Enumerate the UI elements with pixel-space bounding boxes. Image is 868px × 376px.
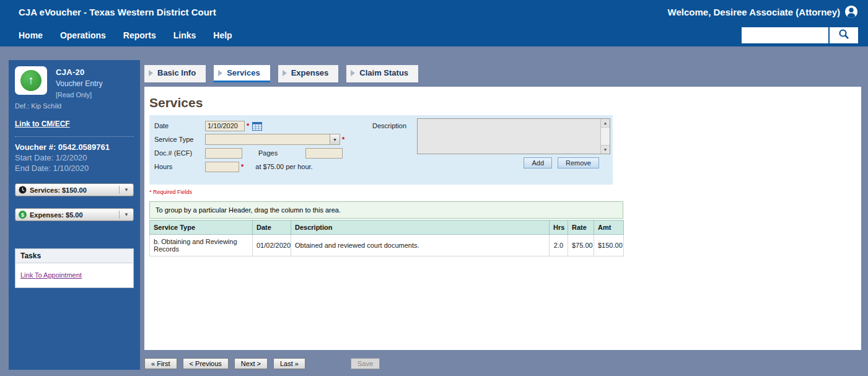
header: CJA eVoucher - Texas Western District Co… (0, 0, 868, 46)
table-header-row: Service Type Date Description Hrs Rate A… (150, 221, 624, 235)
voucher-upload-icon: ↑ (15, 66, 47, 95)
chevron-down-icon[interactable]: ▼ (119, 211, 130, 219)
col-description[interactable]: Description (291, 221, 550, 235)
rate-note: at $75.00 per hour. (255, 163, 312, 170)
link-to-appointment[interactable]: Link To Appointment (20, 271, 82, 279)
tab-basic-info[interactable]: Basic Info (144, 65, 206, 82)
chevron-down-icon[interactable]: ▼ (330, 134, 340, 144)
calendar-icon[interactable] (252, 121, 262, 131)
tab-arrow-icon (218, 70, 222, 76)
start-date-line: Start Date: 1/2/2020 (15, 152, 134, 163)
doc-label: Doc.# (ECF) (154, 149, 205, 157)
tasks-panel: Tasks Link To Appointment (15, 248, 134, 288)
cell-service-type: b. Obtaining and Reviewing Records (150, 235, 253, 256)
tab-expenses[interactable]: Expenses (278, 65, 339, 82)
nav-help[interactable]: Help (213, 30, 232, 40)
voucher-number-value: 0542.0589761 (58, 142, 110, 152)
header-user-area: Welcome, Desiree Associate (Attorney) (668, 5, 858, 19)
date-label: Date (154, 122, 205, 129)
header-top: CJA eVoucher - Texas Western District Co… (0, 0, 868, 24)
sidebar: ↑ CJA-20 Voucher Entry [Read Only] Def.:… (9, 60, 140, 370)
tab-arrow-icon (351, 70, 355, 76)
services-accordion[interactable]: Services: $150.00 ▼ (15, 183, 134, 196)
defendant-label: Def.: Kip Schild (15, 102, 134, 110)
required-asterisk: * (247, 122, 249, 129)
nav-row: Home Operations Reports Links Help (0, 24, 868, 46)
end-date-line: End Date: 1/10/2020 (15, 163, 134, 173)
doc-input[interactable] (205, 148, 242, 159)
tab-arrow-icon (283, 70, 287, 76)
cell-hrs: 2.0 (550, 235, 568, 256)
end-date-label: End Date: (15, 164, 51, 173)
group-by-hint[interactable]: To group by a particular Header, drag th… (149, 201, 623, 219)
services-table: Service Type Date Description Hrs Rate A… (149, 220, 624, 256)
search-input[interactable] (742, 27, 828, 43)
up-arrow-glyph: ↑ (28, 74, 34, 87)
nav-reports[interactable]: Reports (123, 30, 156, 40)
expenses-accordion[interactable]: $ Expenses: $5.00 ▼ (15, 208, 134, 221)
main-nav: Home Operations Reports Links Help (19, 30, 232, 40)
user-avatar-icon[interactable] (844, 5, 858, 19)
cmecf-link[interactable]: Link to CM/ECF (15, 120, 70, 128)
hours-input[interactable] (205, 162, 239, 172)
app-title: CJA eVoucher - Texas Western District Co… (19, 7, 216, 17)
tasks-title: Tasks (15, 249, 133, 263)
chevron-glyph: ▼ (333, 138, 337, 142)
chevron-down-icon[interactable]: ▼ (119, 186, 130, 194)
cell-rate: $75.00 (568, 235, 594, 256)
col-date[interactable]: Date (253, 221, 291, 235)
required-asterisk: * (342, 136, 344, 143)
up-arrow-icon: ↑ (20, 70, 42, 91)
service-type-select[interactable]: ▼ (205, 134, 340, 145)
cell-amt: $150.00 (594, 235, 624, 256)
service-type-value (206, 137, 208, 144)
save-button[interactable]: Save (351, 358, 380, 369)
search-button[interactable] (830, 27, 858, 43)
next-button[interactable]: Next > (234, 358, 268, 369)
voucher-form-type: CJA-20 (56, 68, 102, 77)
description-label: Description (372, 122, 406, 129)
end-date-value: 1/10/2020 (53, 164, 89, 173)
cell-date: 01/02/2020 (253, 235, 291, 256)
col-hrs[interactable]: Hrs (550, 221, 568, 235)
remove-button[interactable]: Remove (558, 157, 599, 168)
required-asterisk: * (241, 163, 243, 170)
dollar-icon: $ (19, 211, 27, 219)
tab-claim-status[interactable]: Claim Status (346, 65, 418, 82)
tab-label: Expenses (291, 68, 329, 77)
tab-services[interactable]: Services (214, 65, 270, 82)
nav-links[interactable]: Links (173, 30, 196, 40)
pagination: « First < Previous Next > Last » Save (144, 358, 861, 369)
col-amt[interactable]: Amt (594, 221, 624, 235)
nav-home[interactable]: Home (19, 30, 43, 40)
table-row[interactable]: b. Obtaining and Reviewing Records 01/02… (150, 235, 624, 256)
tasks-body: Link To Appointment (15, 263, 133, 287)
voucher-header: ↑ CJA-20 Voucher Entry [Read Only] (15, 66, 134, 98)
search-icon (838, 28, 849, 42)
previous-button[interactable]: < Previous (183, 358, 229, 369)
services-panel: Services Date * (144, 87, 861, 350)
nav-operations[interactable]: Operations (60, 30, 106, 40)
form-buttons: Add Remove (524, 157, 599, 168)
scrollbar[interactable]: ▲ ▼ (600, 119, 610, 154)
expenses-summary-label: Expenses: $5.00 (30, 211, 83, 219)
tab-label: Basic Info (157, 68, 196, 77)
first-button[interactable]: « First (144, 358, 177, 369)
voucher-number-label: Voucher #: (15, 142, 56, 152)
start-date-label: Start Date: (15, 153, 53, 162)
last-button[interactable]: Last » (273, 358, 305, 369)
description-textarea[interactable]: ▲ ▼ (417, 118, 610, 154)
scroll-up-icon[interactable]: ▲ (601, 119, 610, 128)
pages-input[interactable] (305, 148, 343, 159)
app-root: CJA eVoucher - Texas Western District Co… (0, 0, 868, 376)
tab-label: Services (227, 68, 260, 77)
col-service-type[interactable]: Service Type (150, 221, 253, 235)
col-rate[interactable]: Rate (568, 221, 594, 235)
services-summary-label: Services: $150.00 (30, 186, 87, 194)
service-type-label: Service Type (154, 136, 205, 143)
clock-icon (19, 186, 27, 194)
date-input[interactable] (205, 121, 245, 131)
add-button[interactable]: Add (524, 157, 552, 168)
scroll-down-icon[interactable]: ▼ (601, 145, 610, 154)
search-box (742, 27, 858, 43)
